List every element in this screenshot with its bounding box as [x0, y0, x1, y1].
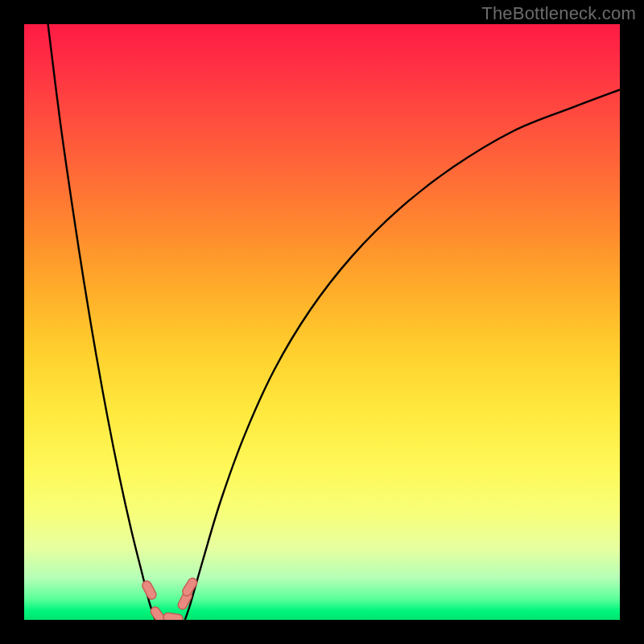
- pill-marker: [163, 613, 183, 620]
- pill-marker: [141, 580, 158, 601]
- chart-frame: TheBottleneck.com: [0, 0, 644, 644]
- left-curve: [48, 24, 155, 620]
- right-curve: [185, 89, 620, 620]
- curve-layer: [24, 24, 620, 620]
- plot-area: [24, 24, 620, 620]
- watermark-text: TheBottleneck.com: [481, 3, 636, 24]
- marker-group: [141, 576, 199, 620]
